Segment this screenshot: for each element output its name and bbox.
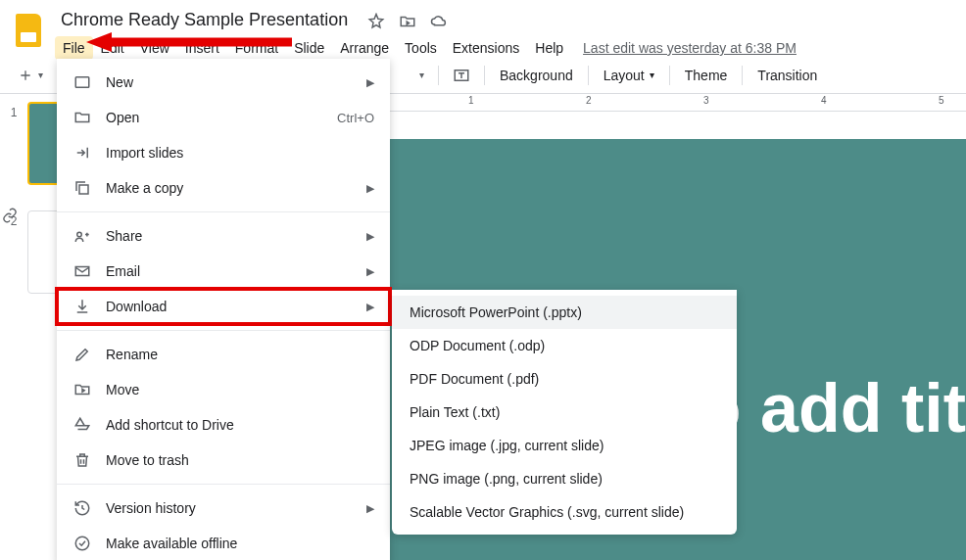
trash-icon	[72, 450, 92, 470]
submenu-arrow-icon: ▶	[366, 502, 374, 515]
menu-file[interactable]: File	[55, 36, 93, 60]
history-icon	[72, 498, 92, 518]
menu-item-new[interactable]: New ▶	[57, 65, 390, 100]
menu-tools[interactable]: Tools	[397, 36, 445, 60]
menu-extensions[interactable]: Extensions	[445, 36, 527, 60]
menu-item-email[interactable]: Email ▶	[57, 254, 390, 289]
submenu-item-pdf[interactable]: PDF Document (.pdf)	[392, 362, 737, 396]
share-icon	[72, 226, 92, 246]
menu-item-open[interactable]: Open Ctrl+O	[57, 100, 390, 135]
menu-item-download[interactable]: Download ▶	[57, 289, 390, 324]
slide-title-placeholder[interactable]: o add tit	[700, 369, 966, 447]
last-edit-link[interactable]: Last edit was yesterday at 6:38 PM	[583, 40, 797, 56]
svg-rect-2	[79, 185, 88, 194]
document-title[interactable]: Chrome Ready Sample Presentation	[55, 8, 354, 32]
submenu-item-pptx[interactable]: Microsoft PowerPoint (.pptx)	[392, 296, 737, 329]
rename-icon	[72, 345, 92, 364]
submenu-item-svg[interactable]: Scalable Vector Graphics (.svg, current …	[392, 495, 737, 529]
textbox-icon[interactable]	[445, 63, 478, 88]
transition-button[interactable]: Transition	[749, 63, 826, 88]
drive-shortcut-icon	[72, 415, 92, 435]
import-icon	[72, 143, 92, 163]
slide-number: 1	[6, 102, 22, 119]
svg-point-3	[77, 232, 82, 237]
menu-view[interactable]: View	[132, 36, 177, 60]
menu-edit[interactable]: Edit	[93, 36, 132, 60]
menu-item-copy[interactable]: Make a copy ▶	[57, 170, 390, 206]
move-folder-icon[interactable]	[399, 13, 416, 30]
star-icon[interactable]	[367, 13, 385, 30]
menu-item-shortcut[interactable]: Add shortcut to Drive	[57, 407, 390, 443]
menu-item-import[interactable]: Import slides	[57, 135, 390, 170]
submenu-item-odp[interactable]: ODP Document (.odp)	[392, 329, 737, 362]
menu-item-offline[interactable]: Make available offline	[57, 526, 390, 560]
download-icon	[72, 297, 92, 316]
move-icon	[72, 380, 92, 399]
menu-divider	[57, 211, 390, 212]
slides-logo[interactable]	[10, 12, 47, 49]
submenu-arrow-icon: ▶	[366, 76, 374, 89]
submenu-arrow-icon: ▶	[366, 301, 374, 313]
zoom-dropdown[interactable]: ▾	[409, 66, 432, 84]
file-menu-dropdown: New ▶ Open Ctrl+O Import slides Make a c…	[57, 59, 390, 560]
offline-icon	[72, 534, 92, 553]
new-slide-button[interactable]: ▾	[10, 64, 51, 87]
copy-icon	[72, 178, 92, 198]
submenu-item-txt[interactable]: Plain Text (.txt)	[392, 396, 737, 429]
svg-rect-1	[75, 77, 89, 88]
cloud-status-icon[interactable]	[430, 13, 448, 30]
menu-item-trash[interactable]: Move to trash	[57, 443, 390, 478]
submenu-arrow-icon: ▶	[366, 230, 374, 243]
folder-icon	[72, 108, 92, 127]
menu-insert[interactable]: Insert	[177, 36, 227, 60]
menu-bar: File Edit View Insert Format Slide Arran…	[55, 36, 797, 60]
menu-format[interactable]: Format	[227, 36, 286, 60]
menu-divider	[57, 330, 390, 331]
menu-item-rename[interactable]: Rename	[57, 337, 390, 372]
slide-icon	[72, 72, 92, 92]
link-icon[interactable]	[2, 208, 18, 223]
menu-item-share[interactable]: Share ▶	[57, 218, 390, 254]
submenu-arrow-icon: ▶	[366, 265, 374, 278]
menu-arrange[interactable]: Arrange	[332, 36, 397, 60]
background-button[interactable]: Background	[491, 63, 582, 88]
menu-item-history[interactable]: Version history ▶	[57, 490, 390, 526]
submenu-item-png[interactable]: PNG image (.png, current slide)	[392, 462, 737, 495]
layout-button[interactable]: Layout▾	[595, 63, 663, 88]
submenu-arrow-icon: ▶	[366, 182, 374, 195]
menu-slide[interactable]: Slide	[286, 36, 332, 60]
menu-item-move[interactable]: Move	[57, 372, 390, 407]
theme-button[interactable]: Theme	[676, 63, 737, 88]
email-icon	[72, 261, 92, 281]
menu-divider	[57, 484, 390, 485]
download-submenu: Microsoft PowerPoint (.pptx) ODP Documen…	[392, 290, 737, 535]
svg-point-5	[75, 537, 89, 550]
menu-help[interactable]: Help	[527, 36, 571, 60]
submenu-item-jpeg[interactable]: JPEG image (.jpg, current slide)	[392, 429, 737, 462]
